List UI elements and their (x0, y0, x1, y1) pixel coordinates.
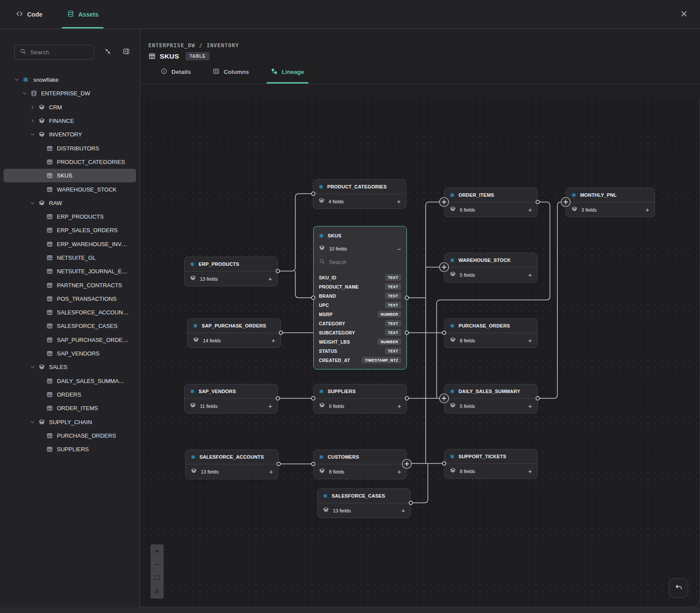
chevron-down-icon[interactable] (13, 76, 21, 84)
node-field-search-input[interactable] (329, 259, 401, 265)
graph-node-customers[interactable]: ❄CUSTOMERS8 fields+ (313, 449, 407, 479)
chevron-down-icon[interactable] (29, 363, 36, 371)
sidebar-item-sap-purchase-orde-[interactable]: SAP_PURCHASE_ORDE… (4, 333, 136, 347)
sidebar-item-inventory[interactable]: INVENTORY (4, 128, 136, 141)
sidebar-item-snowflake[interactable]: ❄snowflake (4, 73, 136, 87)
sidebar-item-raw[interactable]: RAW (4, 196, 136, 210)
sidebar-item-sap-vendors[interactable]: SAP_VENDORS (4, 347, 136, 360)
sidebar-item-purchase-orders[interactable]: PURCHASE_ORDERS (4, 429, 136, 442)
sidebar-item-crm[interactable]: CRM (4, 101, 136, 114)
expand-node-button[interactable]: + (271, 337, 275, 344)
graph-node-salesforce_accounts[interactable]: ❄SALESFORCE_ACCOUNTS13 fields+ (185, 449, 279, 479)
node-field-row[interactable]: CATEGORYTEXT (314, 319, 406, 328)
expand-node-button[interactable]: + (528, 337, 532, 344)
expand-node-button[interactable]: + (397, 468, 401, 475)
expand-node-button[interactable]: + (268, 275, 272, 282)
node-field-row[interactable]: CREATED_ATTIMESTAMP_NTZ (314, 355, 406, 365)
sidebar-item-salesforce-accoun-[interactable]: SALESFORCE_ACCOUN… (4, 306, 136, 319)
sidebar-item-pos-transactions[interactable]: POS_TRANSACTIONS (4, 292, 136, 306)
tab-columns[interactable]: Columns (213, 60, 249, 84)
graph-node-skus[interactable]: ❄SKUS10 fields−SKU_IDTEXTPRODUCT_NAMETEX… (313, 226, 407, 369)
node-field-row[interactable]: BRANDTEXT (314, 291, 406, 300)
field-type-badge: TEXT (385, 274, 401, 281)
node-field-row[interactable]: PRODUCT_NAMETEXT (314, 282, 406, 291)
lineage-canvas[interactable]: ❄PRODUCT_CATEGORIES4 fields+❄ORDER_ITEMS… (140, 98, 700, 607)
graph-node-purchase_orders[interactable]: ❄PURCHASE_ORDERS8 fields+ (444, 318, 538, 348)
sidebar-item-netsuite-journal-e-[interactable]: NETSUITE_JOURNAL_E… (4, 265, 136, 278)
expand-node-button[interactable]: + (268, 403, 272, 409)
toggle-sidebar-button[interactable] (121, 48, 131, 57)
chevron-down-icon[interactable] (29, 199, 36, 207)
node-field-row[interactable]: STATUSTEXT (314, 346, 406, 355)
top-tab-code[interactable]: Code (10, 0, 48, 28)
sidebar-item-order-items[interactable]: ORDER_ITEMS (4, 401, 136, 415)
graph-node-salesforce_cases[interactable]: ❄SALESFORCE_CASES13 fields+ (317, 488, 411, 518)
snowflake-icon: ❄ (190, 387, 195, 395)
expand-node-button[interactable]: + (397, 198, 401, 205)
graph-node-order_items[interactable]: ❄ORDER_ITEMS6 fields+ (444, 188, 538, 217)
chevron-down-icon[interactable] (29, 418, 36, 426)
sidebar-item-erp-products[interactable]: ERP_PRODUCTS (4, 210, 136, 223)
sidebar-item-daily-sales-summa-[interactable]: DAILY_SALES_SUMMA… (4, 374, 136, 388)
table-icon (46, 226, 53, 234)
sidebar-item-distributors[interactable]: DISTRIBUTORS (4, 141, 136, 155)
zoom-out-button[interactable]: − (150, 558, 164, 571)
tab-lineage[interactable]: Lineage (271, 60, 304, 84)
tab-details[interactable]: Details (161, 60, 191, 84)
close-button[interactable] (676, 7, 691, 22)
expand-node-button[interactable]: + (528, 272, 532, 278)
expand-node-button[interactable]: + (645, 206, 649, 213)
expand-node-button[interactable]: + (528, 468, 532, 474)
graph-node-sap_purchase_orders[interactable]: ❄SAP_PURCHASE_ORDERS14 fields+ (187, 318, 281, 348)
expand-node-button[interactable]: + (528, 206, 532, 213)
sidebar-item-netsuite-gl[interactable]: NETSUITE_GL (4, 251, 136, 265)
node-field-row[interactable]: SKU_IDTEXT (314, 273, 406, 282)
graph-node-suppliers[interactable]: ❄SUPPLIERS6 fields+ (313, 384, 407, 414)
fit-view-button[interactable] (150, 571, 164, 585)
chevron-down-icon[interactable] (29, 131, 36, 138)
search-input[interactable] (30, 49, 89, 56)
top-tab-assets[interactable]: Assets (62, 0, 104, 28)
sidebar-item-supply-chain[interactable]: SUPPLY_CHAIN (4, 415, 136, 428)
chevron-down-icon[interactable] (21, 90, 28, 97)
sidebar-item-sales[interactable]: SALES (4, 360, 136, 374)
graph-node-monthly_pnl[interactable]: ❄MONTHLY_PNL3 fields+ (566, 188, 655, 217)
graph-node-warehouse_stock[interactable]: ❄WAREHOUSE_STOCK5 fields+ (444, 253, 538, 282)
node-field-row[interactable]: SUBCATEGORYTEXT (314, 328, 406, 337)
zoom-in-button[interactable]: + (150, 544, 164, 558)
sidebar-item-product-categories[interactable]: PRODUCT_CATEGORIES (4, 155, 136, 169)
graph-node-daily_sales_summary[interactable]: ❄DAILY_SALES_SUMMARY5 fields+ (444, 384, 538, 414)
node-field-row[interactable]: MSRPNUMBER (314, 310, 406, 319)
chevron-right-icon[interactable] (29, 117, 36, 125)
node-fields-row: 13 fields+ (185, 272, 277, 286)
field-name: PRODUCT_NAME (319, 284, 359, 289)
sidebar-item-finance[interactable]: FINANCE (4, 114, 136, 128)
sidebar-item-orders[interactable]: ORDERS (4, 388, 136, 401)
sidebar-item-skus[interactable]: SKUS (4, 169, 136, 182)
collapse-node-button[interactable]: − (397, 246, 401, 252)
lock-button[interactable] (150, 585, 164, 599)
graph-node-erp_products[interactable]: ❄ERP_PRODUCTS13 fields+ (184, 257, 278, 286)
sidebar-item-erp-sales-orders[interactable]: ERP_SALES_ORDERS (4, 223, 136, 237)
sidebar-item-warehouse-stock[interactable]: WAREHOUSE_STOCK (4, 182, 136, 196)
undo-button[interactable] (669, 578, 688, 598)
expand-node-button[interactable]: + (528, 403, 532, 409)
node-field-row[interactable]: WEIGHT_LBSNUMBER (314, 337, 406, 346)
expand-node-button[interactable]: + (401, 507, 405, 514)
sidebar-item-partner-contracts[interactable]: PARTNER_CONTRACTS (4, 278, 136, 292)
breadcrumb-parent[interactable]: ENTERPRISE_DW (148, 42, 195, 49)
layers-icon (38, 117, 46, 125)
sidebar-item-erp-warehouse-inv-[interactable]: ERP_WAREHOUSE_INV… (4, 237, 136, 251)
sidebar-item-enterprise-dw[interactable]: ENTERPRISE_DW (4, 87, 136, 100)
chevron-right-icon[interactable] (29, 104, 36, 111)
collapse-all-button[interactable] (103, 48, 112, 57)
sidebar-item-salesforce-cases[interactable]: SALESFORCE_CASES (4, 319, 136, 333)
node-field-row[interactable]: UPCTEXT (314, 300, 406, 310)
expand-node-button[interactable]: + (397, 403, 401, 409)
graph-node-sap_vendors[interactable]: ❄SAP_VENDORS11 fields+ (184, 384, 278, 414)
graph-node-product_categories[interactable]: ❄PRODUCT_CATEGORIES4 fields+ (313, 179, 406, 209)
sidebar-item-suppliers[interactable]: SUPPLIERS (4, 442, 136, 456)
expand-node-button[interactable]: + (269, 468, 273, 475)
breadcrumb-child[interactable]: INVENTORY (206, 42, 239, 49)
graph-node-support_tickets[interactable]: ❄SUPPORT_TICKETS8 fields+ (444, 449, 538, 479)
